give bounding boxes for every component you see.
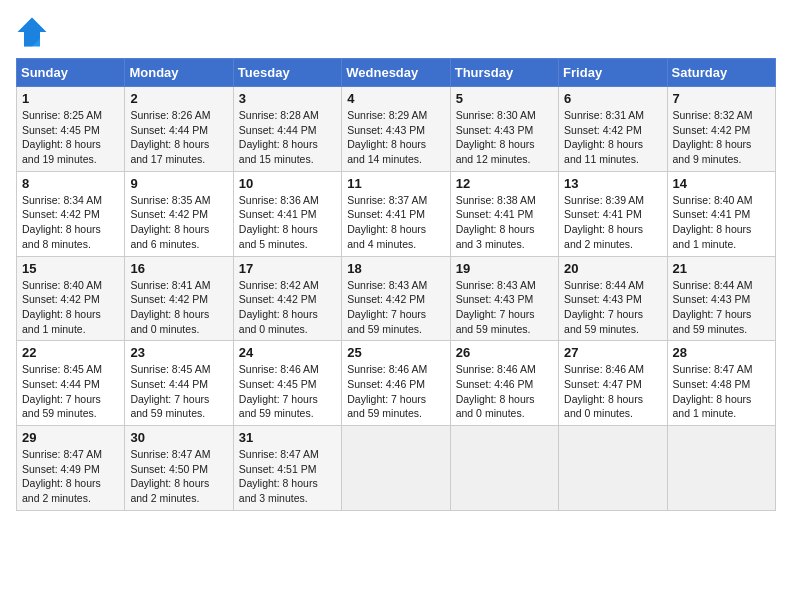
day-info: Sunrise: 8:42 AMSunset: 4:42 PMDaylight:… [239,278,336,337]
day-number: 3 [239,91,336,106]
calendar-cell: 9Sunrise: 8:35 AMSunset: 4:42 PMDaylight… [125,171,233,256]
day-info: Sunrise: 8:47 AMSunset: 4:50 PMDaylight:… [130,447,227,506]
day-info: Sunrise: 8:43 AMSunset: 4:42 PMDaylight:… [347,278,444,337]
day-number: 19 [456,261,553,276]
calendar-cell: 29Sunrise: 8:47 AMSunset: 4:49 PMDayligh… [17,426,125,511]
logo [16,16,52,48]
page-header [16,16,776,48]
calendar-cell: 31Sunrise: 8:47 AMSunset: 4:51 PMDayligh… [233,426,341,511]
day-info: Sunrise: 8:30 AMSunset: 4:43 PMDaylight:… [456,108,553,167]
calendar-cell: 17Sunrise: 8:42 AMSunset: 4:42 PMDayligh… [233,256,341,341]
header-saturday: Saturday [667,59,775,87]
calendar-cell: 12Sunrise: 8:38 AMSunset: 4:41 PMDayligh… [450,171,558,256]
calendar-cell [450,426,558,511]
day-info: Sunrise: 8:41 AMSunset: 4:42 PMDaylight:… [130,278,227,337]
day-number: 15 [22,261,119,276]
day-info: Sunrise: 8:45 AMSunset: 4:44 PMDaylight:… [22,362,119,421]
calendar-cell: 20Sunrise: 8:44 AMSunset: 4:43 PMDayligh… [559,256,667,341]
header-tuesday: Tuesday [233,59,341,87]
week-row-3: 15Sunrise: 8:40 AMSunset: 4:42 PMDayligh… [17,256,776,341]
calendar-cell: 3Sunrise: 8:28 AMSunset: 4:44 PMDaylight… [233,87,341,172]
day-number: 31 [239,430,336,445]
day-number: 22 [22,345,119,360]
day-number: 12 [456,176,553,191]
day-info: Sunrise: 8:47 AMSunset: 4:49 PMDaylight:… [22,447,119,506]
day-info: Sunrise: 8:35 AMSunset: 4:42 PMDaylight:… [130,193,227,252]
calendar-cell: 4Sunrise: 8:29 AMSunset: 4:43 PMDaylight… [342,87,450,172]
calendar-cell [342,426,450,511]
calendar-cell: 22Sunrise: 8:45 AMSunset: 4:44 PMDayligh… [17,341,125,426]
week-row-1: 1Sunrise: 8:25 AMSunset: 4:45 PMDaylight… [17,87,776,172]
day-number: 18 [347,261,444,276]
day-number: 29 [22,430,119,445]
day-info: Sunrise: 8:28 AMSunset: 4:44 PMDaylight:… [239,108,336,167]
day-info: Sunrise: 8:38 AMSunset: 4:41 PMDaylight:… [456,193,553,252]
day-info: Sunrise: 8:46 AMSunset: 4:46 PMDaylight:… [456,362,553,421]
day-number: 14 [673,176,770,191]
day-number: 27 [564,345,661,360]
day-number: 4 [347,91,444,106]
day-number: 26 [456,345,553,360]
calendar-cell: 10Sunrise: 8:36 AMSunset: 4:41 PMDayligh… [233,171,341,256]
header-thursday: Thursday [450,59,558,87]
day-info: Sunrise: 8:40 AMSunset: 4:41 PMDaylight:… [673,193,770,252]
calendar-cell: 13Sunrise: 8:39 AMSunset: 4:41 PMDayligh… [559,171,667,256]
day-number: 28 [673,345,770,360]
calendar-cell: 19Sunrise: 8:43 AMSunset: 4:43 PMDayligh… [450,256,558,341]
day-info: Sunrise: 8:34 AMSunset: 4:42 PMDaylight:… [22,193,119,252]
day-number: 11 [347,176,444,191]
day-info: Sunrise: 8:25 AMSunset: 4:45 PMDaylight:… [22,108,119,167]
day-info: Sunrise: 8:39 AMSunset: 4:41 PMDaylight:… [564,193,661,252]
calendar-cell: 28Sunrise: 8:47 AMSunset: 4:48 PMDayligh… [667,341,775,426]
calendar-cell: 21Sunrise: 8:44 AMSunset: 4:43 PMDayligh… [667,256,775,341]
calendar-cell: 16Sunrise: 8:41 AMSunset: 4:42 PMDayligh… [125,256,233,341]
day-number: 5 [456,91,553,106]
day-number: 25 [347,345,444,360]
header-monday: Monday [125,59,233,87]
day-number: 9 [130,176,227,191]
day-info: Sunrise: 8:36 AMSunset: 4:41 PMDaylight:… [239,193,336,252]
day-number: 7 [673,91,770,106]
calendar-cell [559,426,667,511]
day-info: Sunrise: 8:47 AMSunset: 4:51 PMDaylight:… [239,447,336,506]
week-row-4: 22Sunrise: 8:45 AMSunset: 4:44 PMDayligh… [17,341,776,426]
header-wednesday: Wednesday [342,59,450,87]
day-info: Sunrise: 8:44 AMSunset: 4:43 PMDaylight:… [673,278,770,337]
day-number: 6 [564,91,661,106]
calendar-cell: 5Sunrise: 8:30 AMSunset: 4:43 PMDaylight… [450,87,558,172]
day-info: Sunrise: 8:46 AMSunset: 4:45 PMDaylight:… [239,362,336,421]
day-number: 24 [239,345,336,360]
day-number: 1 [22,91,119,106]
day-number: 17 [239,261,336,276]
day-number: 10 [239,176,336,191]
day-number: 20 [564,261,661,276]
day-number: 13 [564,176,661,191]
day-info: Sunrise: 8:29 AMSunset: 4:43 PMDaylight:… [347,108,444,167]
day-info: Sunrise: 8:44 AMSunset: 4:43 PMDaylight:… [564,278,661,337]
week-row-2: 8Sunrise: 8:34 AMSunset: 4:42 PMDaylight… [17,171,776,256]
header-sunday: Sunday [17,59,125,87]
calendar-cell: 6Sunrise: 8:31 AMSunset: 4:42 PMDaylight… [559,87,667,172]
day-info: Sunrise: 8:46 AMSunset: 4:46 PMDaylight:… [347,362,444,421]
calendar-table: SundayMondayTuesdayWednesdayThursdayFrid… [16,58,776,511]
calendar-cell: 24Sunrise: 8:46 AMSunset: 4:45 PMDayligh… [233,341,341,426]
day-info: Sunrise: 8:40 AMSunset: 4:42 PMDaylight:… [22,278,119,337]
day-info: Sunrise: 8:43 AMSunset: 4:43 PMDaylight:… [456,278,553,337]
calendar-cell: 1Sunrise: 8:25 AMSunset: 4:45 PMDaylight… [17,87,125,172]
calendar-cell: 14Sunrise: 8:40 AMSunset: 4:41 PMDayligh… [667,171,775,256]
calendar-cell: 30Sunrise: 8:47 AMSunset: 4:50 PMDayligh… [125,426,233,511]
calendar-cell [667,426,775,511]
logo-icon [16,16,48,48]
day-number: 2 [130,91,227,106]
day-info: Sunrise: 8:26 AMSunset: 4:44 PMDaylight:… [130,108,227,167]
day-info: Sunrise: 8:37 AMSunset: 4:41 PMDaylight:… [347,193,444,252]
calendar-cell: 26Sunrise: 8:46 AMSunset: 4:46 PMDayligh… [450,341,558,426]
calendar-cell: 7Sunrise: 8:32 AMSunset: 4:42 PMDaylight… [667,87,775,172]
calendar-cell: 15Sunrise: 8:40 AMSunset: 4:42 PMDayligh… [17,256,125,341]
day-info: Sunrise: 8:32 AMSunset: 4:42 PMDaylight:… [673,108,770,167]
header-friday: Friday [559,59,667,87]
day-number: 23 [130,345,227,360]
week-row-5: 29Sunrise: 8:47 AMSunset: 4:49 PMDayligh… [17,426,776,511]
day-info: Sunrise: 8:46 AMSunset: 4:47 PMDaylight:… [564,362,661,421]
svg-marker-1 [18,18,47,47]
